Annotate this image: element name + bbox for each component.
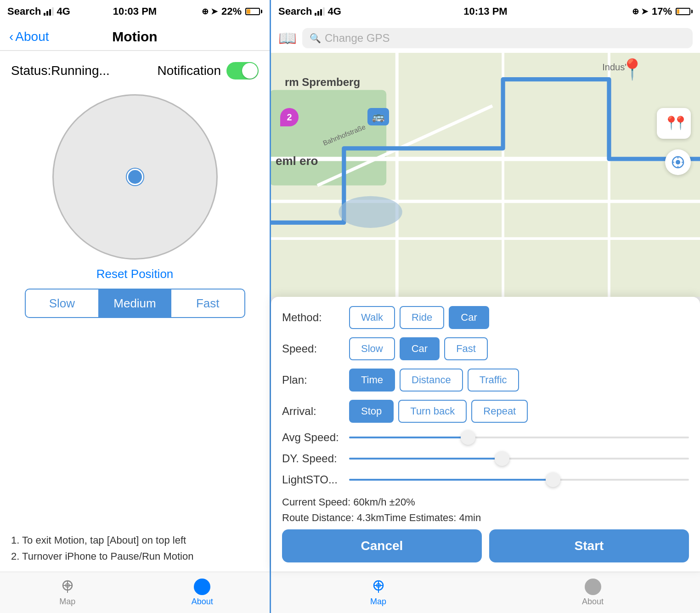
dy-speed-thumb (495, 451, 509, 466)
plan-row: Plan: Time Distance Traffic (282, 369, 689, 392)
speed-medium[interactable]: Medium (98, 289, 171, 317)
map-icon (59, 579, 76, 595)
r-signal-bar-4 (323, 7, 325, 16)
left-nav-bar: ‹ About Motion (0, 23, 270, 51)
joystick-dot (127, 169, 143, 185)
left-carrier: Search (7, 6, 41, 17)
arrival-stop[interactable]: Stop (349, 400, 394, 423)
location-pin-top: 📍 (620, 57, 645, 81)
light-slider[interactable] (349, 479, 689, 481)
right-time: 10:13 PM (463, 6, 507, 17)
route-pins-icon: 📍 📍 (662, 113, 685, 131)
reset-position-button[interactable]: Reset Position (96, 267, 174, 281)
left-tab-bar: Map About (0, 572, 270, 613)
dy-speed-slider[interactable] (349, 458, 689, 460)
status-text: Status:Running... (11, 63, 110, 78)
plan-options: Time Distance Traffic (349, 369, 519, 392)
left-tab-map[interactable]: Map (0, 572, 135, 613)
right-battery-pct: 17% (652, 6, 672, 17)
r-signal-bar-2 (317, 11, 319, 16)
speed-fast[interactable]: Fast (444, 337, 488, 360)
left-battery-body (245, 8, 260, 15)
start-button[interactable]: Start (489, 529, 689, 562)
light-track (349, 479, 689, 481)
route-pins-button[interactable]: 📍 📍 (657, 108, 691, 139)
dy-speed-track (349, 458, 689, 460)
plan-time[interactable]: Time (349, 369, 395, 392)
light-fill (349, 479, 553, 481)
map-city2-label: eml ero (276, 154, 318, 168)
right-carrier: Search (278, 6, 312, 17)
right-tab-about[interactable]: About (485, 572, 700, 613)
method-car[interactable]: Car (449, 306, 489, 329)
right-status-left: Search 4G (278, 6, 341, 17)
search-placeholder: Change GPS (325, 32, 390, 45)
joystick-circle[interactable] (52, 94, 218, 260)
light-row: LightSTO... (282, 473, 689, 486)
notification-label: Notification (157, 63, 221, 78)
speed-selector: Slow Medium Fast (25, 289, 245, 318)
notification-toggle[interactable] (226, 62, 259, 79)
map-svg (271, 53, 700, 297)
left-battery-tip (261, 10, 262, 13)
arrival-row: Arrival: Stop Turn back Repeat (282, 400, 689, 423)
current-speed-info: Current Speed: 60km/h ±20% (282, 494, 689, 510)
right-battery-fill (677, 9, 679, 14)
speed-options: Slow Car Fast (349, 337, 488, 360)
left-tab-map-label: Map (59, 597, 75, 607)
method-ride[interactable]: Ride (400, 306, 444, 329)
speed-label: Speed: (282, 342, 342, 355)
arrival-options: Stop Turn back Repeat (349, 400, 528, 423)
dy-speed-row: DY. Speed: (282, 452, 689, 465)
right-panel: Search 4G 10:13 PM ⊕ ➤ 17% 📖 🔍 (271, 0, 700, 613)
plan-distance[interactable]: Distance (400, 369, 463, 392)
about-icon-active (194, 579, 210, 595)
cancel-button[interactable]: Cancel (282, 529, 482, 562)
search-glass-icon: 🔍 (310, 33, 321, 44)
speed-fast[interactable]: Fast (171, 289, 244, 317)
left-battery-pct: 22% (221, 6, 242, 17)
route-distance-info: Route Distance: 4.3kmTime Estimates: 4mi… (282, 510, 689, 526)
method-walk[interactable]: Walk (349, 306, 395, 329)
avg-speed-slider[interactable] (349, 437, 689, 438)
arrival-repeat[interactable]: Repeat (471, 400, 528, 423)
left-network: 4G (56, 6, 70, 17)
search-input-container[interactable]: 🔍 Change GPS (302, 28, 693, 48)
avg-speed-fill (349, 437, 468, 438)
svg-point-17 (676, 160, 680, 165)
speed-car[interactable]: Car (400, 337, 440, 360)
notification-row: Notification (157, 62, 259, 79)
right-status-right: ⊕ ➤ 17% (632, 6, 693, 17)
action-buttons: Cancel Start (282, 529, 689, 562)
left-status-right: ⊕ ➤ 22% (202, 6, 262, 17)
book-icon[interactable]: 📖 (278, 29, 297, 47)
method-label: Method: (282, 311, 342, 324)
svg-text:📍: 📍 (672, 115, 685, 131)
left-signal-bars (44, 7, 54, 16)
joystick-container: Reset Position Slow Medium Fast (0, 85, 270, 525)
speed-slow[interactable]: Slow (26, 289, 99, 317)
status-notification-row: Status:Running... Notification (0, 51, 270, 85)
speed-slow[interactable]: Slow (349, 337, 395, 360)
map-city1-label: rm Spremberg (285, 76, 360, 89)
current-location-button[interactable] (665, 149, 691, 175)
left-status-bar: Search 4G 10:03 PM ⊕ ➤ 22% (0, 0, 270, 23)
avg-speed-thumb (461, 430, 475, 445)
map-area[interactable]: rm Spremberg Indus' Bahnhofstraße eml er… (271, 53, 700, 297)
back-button[interactable]: ‹ About (9, 29, 49, 44)
right-tab-bar: Map About (271, 572, 700, 613)
light-thumb (546, 472, 560, 487)
arrival-turnback[interactable]: Turn back (398, 400, 467, 423)
left-tab-about[interactable]: About (135, 572, 270, 613)
plan-traffic[interactable]: Traffic (468, 369, 519, 392)
left-time: 10:03 PM (113, 6, 157, 17)
avg-speed-row: Avg Speed: (282, 431, 689, 444)
right-signal-bars (315, 7, 325, 16)
left-panel: Search 4G 10:03 PM ⊕ ➤ 22% ‹ About (0, 0, 271, 613)
right-network: 4G (327, 6, 341, 17)
page-title: Motion (112, 29, 157, 45)
right-tab-map[interactable]: Map (271, 572, 485, 613)
plan-label: Plan: (282, 374, 342, 386)
left-tab-about-label: About (192, 597, 213, 607)
transit-icon: 🚌 (367, 108, 389, 125)
